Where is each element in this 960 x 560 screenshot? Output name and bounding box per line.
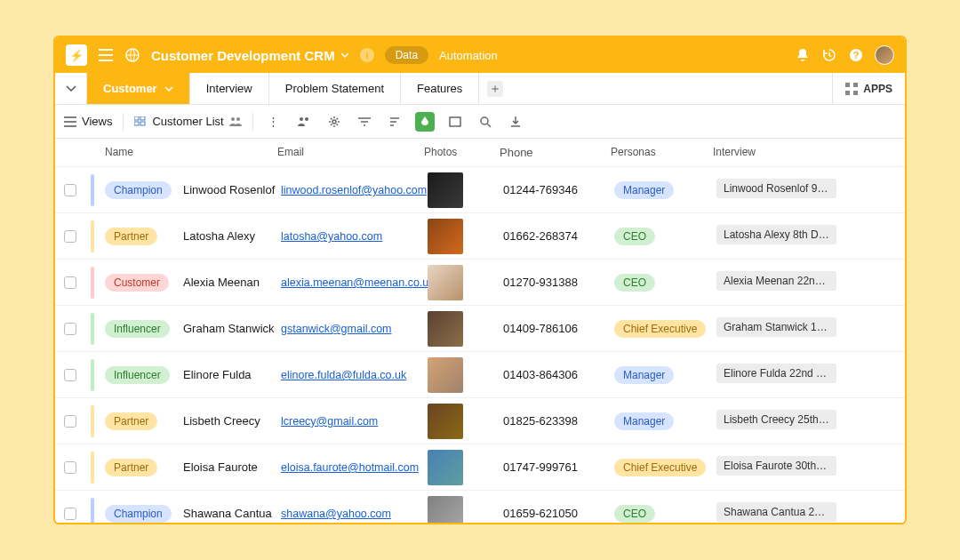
interview-chip[interactable]: Elinore Fulda 22nd Janua… <box>716 364 836 383</box>
filter-icon[interactable] <box>355 112 374 132</box>
views-button[interactable]: Views <box>64 115 112 128</box>
interview-chip[interactable]: Eloisa Faurote 30th Dece… <box>716 456 836 476</box>
table-row[interactable]: Partner Latosha Alexy latosha@yahoo.com … <box>55 213 905 260</box>
interview-chip[interactable]: Graham Stanwick 19th Au… <box>716 317 836 337</box>
role-tag: Influencer <box>105 366 170 384</box>
cell-email-link[interactable]: eloisa.faurote@hotmail.com <box>281 461 419 474</box>
column-header-photos[interactable]: Photos <box>424 146 500 159</box>
share-icon[interactable] <box>294 112 314 132</box>
nav-data[interactable]: Data <box>385 46 428 64</box>
persona-tag: Manager <box>614 366 674 384</box>
column-header-name[interactable]: Name <box>91 146 180 159</box>
column-header-interview[interactable]: Interview <box>713 146 846 159</box>
table-row[interactable]: Influencer Graham Stanwick gstanwick@gma… <box>55 306 905 352</box>
row-checkbox[interactable] <box>64 415 76 428</box>
sort-icon[interactable] <box>385 112 404 132</box>
tab-problem-statement[interactable]: Problem Statement <box>269 73 401 104</box>
cell-photo[interactable] <box>428 172 463 208</box>
cell-phone: 01825-623398 <box>503 414 614 428</box>
row-checkbox[interactable] <box>64 230 76 243</box>
table-row[interactable]: Champion Linwood Rosenlof linwood.rosenl… <box>55 167 905 213</box>
table-row[interactable]: Customer Alexia Meenan alexia.meenan@mee… <box>55 260 905 306</box>
tab-collapse-button[interactable] <box>55 73 87 104</box>
app-logo[interactable]: ⚡ <box>66 44 87 66</box>
globe-icon[interactable] <box>124 47 140 63</box>
info-icon[interactable]: i <box>360 48 374 62</box>
persona-tag: CEO <box>614 274 655 292</box>
row-height-icon[interactable] <box>445 112 465 132</box>
cell-email-link[interactable]: alexia.meenan@meenan.co.uk <box>281 276 435 289</box>
column-header-personas[interactable]: Personas <box>611 146 713 159</box>
color-icon[interactable] <box>415 112 435 132</box>
table-row[interactable]: Champion Shawana Cantua shawana@yahoo.co… <box>55 491 905 523</box>
cell-name: Eloisa Faurote <box>183 460 281 474</box>
column-header-phone[interactable]: Phone <box>500 146 611 159</box>
row-checkbox[interactable] <box>64 184 76 196</box>
tab-features[interactable]: Features <box>401 73 479 104</box>
persona-tag: CEO <box>614 228 655 245</box>
cell-email-link[interactable]: linwood.rosenlof@yahoo.com <box>281 184 427 196</box>
cell-email-link[interactable]: elinore.fulda@fulda.co.uk <box>281 369 406 381</box>
row-checkbox[interactable] <box>64 461 76 474</box>
cell-email-link[interactable]: lcreecy@gmail.com <box>281 415 378 428</box>
interview-chip[interactable]: Alexia Meenan 22nd Sept… <box>716 271 836 291</box>
settings-icon[interactable] <box>324 112 344 132</box>
bell-icon[interactable] <box>795 47 811 63</box>
role-tag: Influencer <box>105 320 170 338</box>
add-tab-button[interactable]: ＋ <box>479 73 511 104</box>
interview-chip[interactable]: Linwood Rosenlof 9th De… <box>716 179 836 198</box>
row-checkbox[interactable] <box>64 276 76 289</box>
table-row[interactable]: Influencer Elinore Fulda elinore.fulda@f… <box>55 352 905 398</box>
more-icon[interactable]: ⋮ <box>264 112 284 132</box>
grid-icon <box>134 116 147 127</box>
row-checkbox[interactable] <box>64 369 76 381</box>
help-icon[interactable]: ? <box>848 47 864 63</box>
svg-point-15 <box>332 120 336 124</box>
history-icon[interactable] <box>821 47 837 63</box>
app-title[interactable]: Customer Development CRM <box>151 48 349 63</box>
table-body: Champion Linwood Rosenlof linwood.rosenl… <box>55 167 905 523</box>
apps-icon <box>845 83 858 95</box>
table-row[interactable]: Partner Lisbeth Creecy lcreecy@gmail.com… <box>55 398 905 444</box>
cell-photo[interactable] <box>428 265 463 300</box>
interview-chip[interactable]: Shawana Cantua 23rd De… <box>716 502 836 522</box>
cell-email-link[interactable]: latosha@yahoo.com <box>281 230 382 243</box>
cell-photo[interactable] <box>428 450 463 485</box>
svg-point-13 <box>300 117 303 121</box>
nav-automation[interactable]: Automation <box>439 49 498 62</box>
column-header-email[interactable]: Email <box>277 146 424 159</box>
tab-interview[interactable]: Interview <box>190 73 269 104</box>
svg-rect-6 <box>853 91 858 95</box>
role-tag: Champion <box>105 505 172 523</box>
row-checkbox[interactable] <box>64 323 76 335</box>
cell-photo[interactable] <box>428 357 463 393</box>
cell-phone: 01662-268374 <box>503 229 614 243</box>
cell-photo[interactable] <box>428 496 463 524</box>
cell-photo[interactable] <box>428 311 463 347</box>
menu-icon[interactable] <box>98 47 114 63</box>
cell-email-link[interactable]: shawana@yahoo.com <box>281 508 391 520</box>
svg-rect-5 <box>845 91 850 95</box>
view-name[interactable]: Customer List <box>134 115 241 128</box>
svg-rect-7 <box>134 116 139 120</box>
cell-name: Latosha Alexy <box>183 229 281 243</box>
app-window: ⚡ Customer Development CRM i Data Automa… <box>53 36 907 524</box>
role-tag: Customer <box>105 274 169 292</box>
tab-customer[interactable]: Customer <box>87 73 190 104</box>
table-row[interactable]: Partner Eloisa Faurote eloisa.faurote@ho… <box>55 444 905 491</box>
apps-button[interactable]: APPS <box>832 73 905 104</box>
cell-photo[interactable] <box>428 404 463 439</box>
export-icon[interactable] <box>506 112 525 132</box>
cell-email-link[interactable]: gstanwick@gmail.com <box>281 323 392 335</box>
user-avatar[interactable] <box>875 45 894 65</box>
cell-photo[interactable] <box>428 219 463 254</box>
interview-chip[interactable]: Lisbeth Creecy 25th Marc… <box>716 410 836 429</box>
cell-phone: 01409-786106 <box>503 322 614 335</box>
row-checkbox[interactable] <box>64 508 76 520</box>
search-icon[interactable] <box>476 112 495 132</box>
table-header: Name Email Photos Phone Personas Intervi… <box>55 139 905 167</box>
persona-tag: Chief Executive <box>614 459 706 476</box>
svg-rect-10 <box>140 122 145 125</box>
interview-chip[interactable]: Latosha Alexy 8th Decem… <box>716 225 836 244</box>
persona-tag: Manager <box>614 181 674 199</box>
